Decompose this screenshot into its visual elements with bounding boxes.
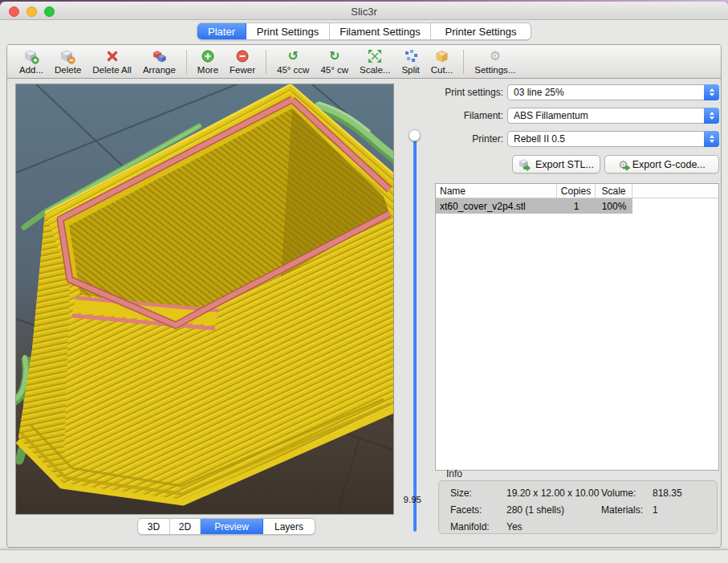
split-icon (404, 49, 418, 64)
delete-all-button[interactable]: Delete All (87, 48, 137, 75)
view-tab-3d[interactable]: 3D (138, 519, 170, 534)
export-stl-icon (519, 158, 531, 171)
remove-copy-icon (235, 49, 250, 64)
size-label: Size: (450, 488, 472, 499)
rotate-ccw-button[interactable]: ↺ 45° ccw (271, 48, 315, 75)
filament-select[interactable]: ABS Fillamentum (507, 108, 719, 124)
dropdown-stepper-icon (704, 108, 719, 124)
more-copies-button-label: More (197, 65, 218, 75)
delete-all-button-label: Delete All (92, 65, 132, 75)
export-gcode-label: Export G-code... (632, 159, 706, 170)
rotate-ccw-icon: ↺ (287, 49, 298, 64)
package-add-icon (24, 49, 39, 64)
layer-slider-value: 9.95 (394, 495, 421, 504)
export-gcode-button[interactable]: ⚙ Export G-code... (604, 155, 719, 173)
info-group-title: Info (446, 468, 462, 479)
dropdown-stepper-icon (704, 84, 719, 100)
toolbar-separator (463, 50, 464, 74)
export-gcode-icon: ⚙ (618, 159, 628, 170)
filament-row: Filament: ABS Fillamentum (434, 108, 719, 124)
printer-label: Printer: (434, 133, 507, 145)
manifold-label: Manifold: (450, 521, 490, 532)
settings-button[interactable]: ⚙ Settings... (469, 48, 521, 75)
scale-button-label: Scale... (360, 65, 390, 75)
plater-toolbar: Add... Delete Delete All Arrange More (7, 45, 721, 79)
column-header-copies[interactable]: Copies (557, 184, 596, 198)
view-mode-tabs: 3D 2D Preview Layers (137, 518, 315, 535)
filament-value: ABS Fillamentum (514, 110, 588, 121)
rotate-ccw-button-label: 45° ccw (277, 65, 309, 75)
print-settings-row: Print settings: 03 line 25% (434, 84, 719, 100)
object-row[interactable]: xt60_cover_v2p4.stl 1 100% (436, 198, 632, 214)
size-value: 19.20 x 12.00 x 10.00 (506, 488, 599, 499)
main-tab-bar: Plater Print Settings Filament Settings … (197, 22, 531, 40)
column-header-name[interactable]: Name (436, 184, 557, 198)
arrange-button-label: Arrange (143, 65, 176, 75)
split-button-label: Split (401, 65, 419, 75)
status-bar (0, 549, 728, 563)
print-settings-select[interactable]: 03 line 25% (507, 84, 719, 100)
filament-label: Filament: (434, 110, 507, 121)
object-name-cell: xt60_cover_v2p4.stl (436, 201, 557, 212)
object-list-table[interactable]: Name Copies Scale xt60_cover_v2p4.stl 1 … (435, 183, 719, 471)
printer-select[interactable]: Rebell II 0.5 (507, 131, 719, 147)
plater-panel: Add... Delete Delete All Arrange More (6, 44, 722, 548)
volume-label: Volume: (601, 488, 636, 499)
info-group-box: Size: 19.20 x 12.00 x 10.00 Volume: 818.… (438, 480, 718, 534)
object-scale-cell: 100% (596, 201, 632, 212)
arrange-icon (152, 49, 167, 64)
view-tab-2d[interactable]: 2D (170, 519, 201, 534)
layer-slider-track[interactable] (413, 135, 417, 532)
layer-slider-thumb[interactable] (409, 129, 421, 141)
print-settings-label: Print settings: (434, 87, 507, 98)
arrange-button[interactable]: Arrange (137, 48, 181, 75)
scale-icon (368, 49, 382, 64)
tab-plater[interactable]: Plater (197, 23, 246, 39)
window-titlebar: Slic3r (0, 2, 728, 20)
dropdown-stepper-icon (704, 131, 719, 147)
split-button[interactable]: Split (396, 48, 425, 75)
cut-icon (434, 49, 449, 64)
rotate-cw-icon: ↻ (329, 49, 340, 64)
fewer-copies-button[interactable]: Fewer (224, 48, 261, 75)
cut-button[interactable]: Cut... (425, 48, 458, 75)
export-stl-button[interactable]: Export STL... (512, 155, 600, 173)
facets-label: Facets: (450, 504, 482, 516)
scale-button[interactable]: Scale... (354, 48, 396, 75)
delete-all-icon (105, 49, 120, 64)
rotate-cw-button-label: 45° cw (320, 65, 348, 75)
window-title: Slic3r (0, 6, 728, 18)
add-button[interactable]: Add... (14, 48, 49, 75)
print-settings-value: 03 line 25% (514, 87, 564, 98)
settings-gear-icon: ⚙ (490, 49, 501, 64)
toolbar-separator (186, 50, 187, 74)
rotate-cw-button[interactable]: ↻ 45° cw (315, 48, 354, 75)
view-tab-layers[interactable]: Layers (263, 519, 315, 534)
materials-label: Materials: (601, 504, 643, 516)
tab-filament-settings[interactable]: Filament Settings (330, 23, 431, 39)
add-copy-icon (201, 49, 215, 64)
panel-divider (0, 548, 728, 549)
export-stl-label: Export STL... (535, 159, 594, 170)
printer-value: Rebell II 0.5 (514, 133, 565, 145)
delete-button[interactable]: Delete (49, 48, 87, 75)
object-list-header: Name Copies Scale (436, 184, 718, 198)
more-copies-button[interactable]: More (192, 48, 224, 75)
delete-button-label: Delete (55, 65, 81, 75)
materials-value: 1 (653, 504, 658, 516)
tab-print-settings[interactable]: Print Settings (246, 23, 330, 39)
3d-preview-canvas[interactable] (15, 84, 394, 515)
add-button-label: Add... (19, 65, 43, 75)
manifold-value: Yes (506, 521, 523, 532)
settings-button-label: Settings... (474, 65, 515, 75)
fewer-copies-button-label: Fewer (230, 65, 255, 75)
tab-printer-settings[interactable]: Printer Settings (431, 23, 531, 39)
facets-value: 280 (1 shells) (506, 504, 564, 516)
toolbar-separator (266, 50, 266, 74)
package-remove-icon (60, 49, 75, 64)
cut-button-label: Cut... (431, 65, 453, 75)
view-tab-preview[interactable]: Preview (201, 519, 263, 534)
object-copies-cell: 1 (557, 201, 596, 212)
printer-row: Printer: Rebell II 0.5 (434, 131, 719, 147)
column-header-scale[interactable]: Scale (596, 184, 632, 198)
